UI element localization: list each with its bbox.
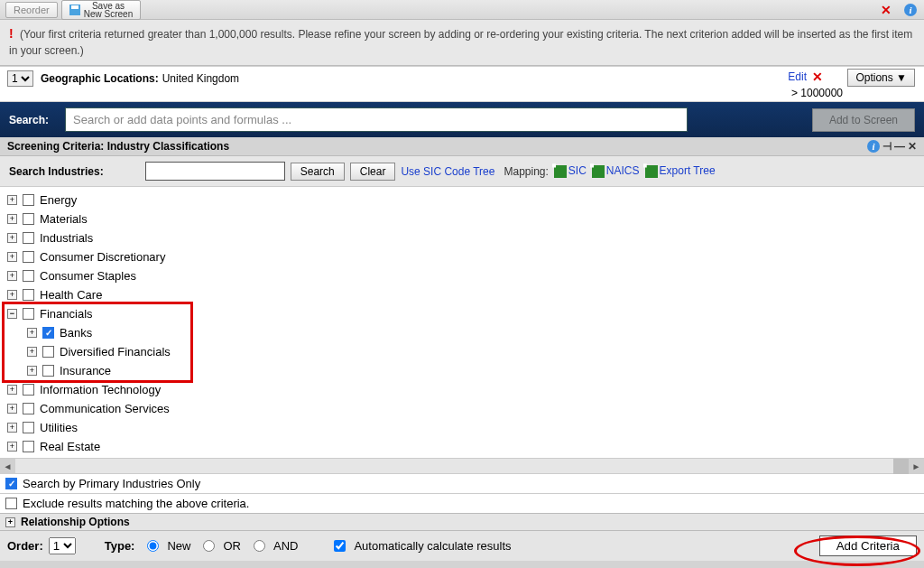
result-count: > 1000000 xyxy=(791,87,843,99)
industry-tree[interactable]: +Energy+Materials+Industrials+Consumer D… xyxy=(0,187,924,458)
type-or-label: OR xyxy=(223,539,241,553)
industry-checkbox[interactable] xyxy=(23,194,34,206)
section-close-icon[interactable]: ✕ xyxy=(908,140,917,153)
sic-link[interactable]: SIC xyxy=(554,164,587,178)
exclude-results-label: Exclude results matching the above crite… xyxy=(23,497,249,510)
industry-checkbox[interactable] xyxy=(42,346,54,358)
tree-row[interactable]: +Diversified Financials xyxy=(7,342,917,361)
industry-label: Consumer Staples xyxy=(40,269,136,283)
tree-row[interactable]: +Communication Services xyxy=(7,399,917,418)
scroll-left-icon[interactable]: ◄ xyxy=(0,459,15,474)
excel-icon xyxy=(554,165,567,178)
tree-row[interactable]: +Insurance xyxy=(7,361,917,380)
section-title: Screening Criteria: Industry Classificat… xyxy=(7,140,229,153)
expand-icon[interactable]: + xyxy=(7,404,17,414)
expand-icon[interactable]: + xyxy=(7,442,17,452)
save-as-new-screen-button[interactable]: Save asNew Screen xyxy=(61,0,141,20)
expand-icon[interactable]: + xyxy=(7,233,17,243)
expand-icon[interactable]: + xyxy=(7,195,17,205)
expand-icon[interactable]: + xyxy=(27,347,37,357)
close-icon[interactable]: ✕ xyxy=(881,3,892,17)
primary-industries-label: Search by Primary Industries Only xyxy=(23,477,200,490)
scroll-thumb[interactable] xyxy=(893,459,909,474)
industry-label: Energy xyxy=(40,193,77,207)
industry-checkbox[interactable] xyxy=(23,289,34,301)
reorder-button[interactable]: Reorder xyxy=(5,2,58,18)
industry-checkbox[interactable] xyxy=(23,270,34,282)
criteria-value: United Kingdom xyxy=(162,72,239,85)
expand-icon[interactable]: + xyxy=(7,385,17,395)
order-select[interactable]: 1 xyxy=(49,537,76,554)
tree-row[interactable]: +Industrials xyxy=(7,228,917,247)
minimize-icon[interactable]: — xyxy=(894,140,905,153)
tree-row[interactable]: +Banks xyxy=(7,323,917,342)
search-button[interactable]: Search xyxy=(291,163,345,181)
industry-checkbox[interactable] xyxy=(23,308,34,320)
warning-icon: ! xyxy=(9,26,14,41)
exclude-results-checkbox[interactable] xyxy=(5,498,17,509)
industry-label: Diversified Financials xyxy=(60,345,171,358)
order-label: Order: xyxy=(7,539,43,553)
industry-label: Real Estate xyxy=(40,440,100,453)
industry-checkbox[interactable] xyxy=(23,384,34,396)
search-input[interactable] xyxy=(65,107,688,132)
industry-checkbox[interactable] xyxy=(23,251,34,263)
pin-icon[interactable]: ⊣ xyxy=(882,140,892,153)
industry-label: Banks xyxy=(60,326,92,340)
expand-icon[interactable]: + xyxy=(7,423,17,433)
industry-label: Health Care xyxy=(40,288,102,302)
expand-icon[interactable]: + xyxy=(7,290,17,300)
criteria-row: 1 Geographic Locations: United Kingdom E… xyxy=(0,66,924,102)
add-criteria-button[interactable]: Add Criteria xyxy=(819,535,917,556)
industry-checkbox[interactable] xyxy=(42,365,54,377)
industry-checkbox[interactable] xyxy=(23,422,34,433)
industry-label: Materials xyxy=(40,212,88,226)
tree-row[interactable]: +Health Care xyxy=(7,285,917,304)
expand-icon[interactable]: + xyxy=(7,214,17,224)
scroll-right-icon[interactable]: ► xyxy=(909,459,924,474)
auto-calculate-checkbox[interactable] xyxy=(334,540,346,552)
relationship-options-label: Relationship Options xyxy=(21,516,130,528)
collapse-icon[interactable]: − xyxy=(7,309,17,319)
tree-row[interactable]: +Consumer Staples xyxy=(7,266,917,285)
type-and-radio[interactable] xyxy=(254,540,265,552)
tree-row[interactable]: +Materials xyxy=(7,210,917,228)
relationship-expand-icon[interactable]: + xyxy=(5,517,15,527)
clear-button[interactable]: Clear xyxy=(350,163,396,181)
tree-row[interactable]: −Financials xyxy=(7,304,917,323)
industry-checkbox[interactable] xyxy=(23,403,34,414)
tree-row[interactable]: +Information Technology xyxy=(7,380,917,399)
industry-checkbox[interactable] xyxy=(42,327,54,339)
expand-icon[interactable]: + xyxy=(27,328,37,338)
industry-checkbox[interactable] xyxy=(23,213,34,225)
options-button[interactable]: Options ▼ xyxy=(847,69,915,87)
search-industries-input[interactable] xyxy=(145,162,285,181)
excel-icon xyxy=(592,165,605,178)
expand-icon[interactable]: + xyxy=(27,366,37,376)
industry-label: Consumer Discretionary xyxy=(40,250,165,264)
tree-row[interactable]: +Consumer Discretionary xyxy=(7,247,917,266)
section-info-icon[interactable]: i xyxy=(867,140,880,153)
use-sic-link[interactable]: Use SIC Code Tree xyxy=(401,165,494,178)
tree-row[interactable]: +Real Estate xyxy=(7,437,917,456)
industry-checkbox[interactable] xyxy=(23,232,34,244)
horizontal-scrollbar[interactable]: ◄ ► xyxy=(0,458,924,473)
naics-link[interactable]: NAICS xyxy=(592,164,640,178)
mapping-label: Mapping: xyxy=(504,165,548,178)
primary-industries-checkbox[interactable] xyxy=(5,478,17,489)
industry-checkbox[interactable] xyxy=(23,441,34,452)
tree-row[interactable]: +Energy xyxy=(7,191,917,210)
industry-label: Communication Services xyxy=(40,402,170,415)
info-icon[interactable]: i xyxy=(904,4,917,16)
edit-link[interactable]: Edit xyxy=(788,70,807,83)
expand-icon[interactable]: + xyxy=(7,271,17,281)
remove-criteria-icon[interactable]: ✕ xyxy=(812,70,823,84)
expand-icon[interactable]: + xyxy=(7,252,17,262)
type-new-radio[interactable] xyxy=(147,540,159,552)
add-to-screen-button[interactable]: Add to Screen xyxy=(812,108,915,132)
criteria-order-select[interactable]: 1 xyxy=(7,70,33,87)
export-tree-link[interactable]: Export Tree xyxy=(645,164,716,178)
type-new-label: New xyxy=(167,539,190,553)
type-or-radio[interactable] xyxy=(203,540,215,552)
tree-row[interactable]: +Utilities xyxy=(7,418,917,437)
